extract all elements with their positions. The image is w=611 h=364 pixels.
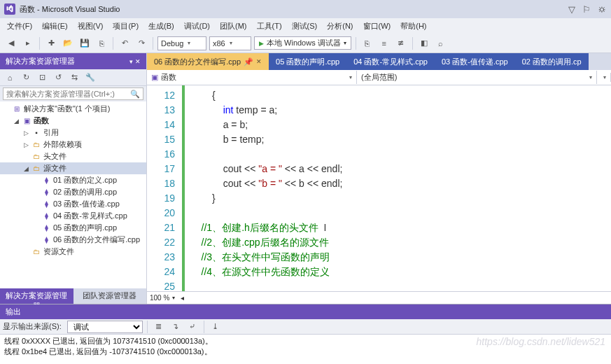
output-toolbar: 显示输出来源(S): 调试 ≣ ↴ ⤶ ⤓ bbox=[0, 319, 611, 335]
collapse-icon[interactable]: ↻ bbox=[19, 71, 33, 85]
menu-window[interactable]: 窗口(W) bbox=[359, 20, 395, 33]
quick-launch-icon[interactable]: ▽ bbox=[568, 4, 575, 15]
showall-icon[interactable]: ⊡ bbox=[35, 71, 49, 85]
solution-node[interactable]: ⊞解决方案"函数"(1 个项目) bbox=[0, 103, 146, 115]
zoom-bar: 100 %▾ ◂ bbox=[147, 291, 611, 304]
menu-debug[interactable]: 调试(D) bbox=[180, 20, 214, 33]
open-icon[interactable]: 📂 bbox=[61, 36, 75, 50]
output-source-dropdown[interactable]: 调试 bbox=[67, 321, 143, 333]
close-icon[interactable]: ✕ bbox=[256, 58, 262, 65]
menu-tools[interactable]: 工具(T) bbox=[253, 20, 286, 33]
resources-node[interactable]: 🗀资源文件 bbox=[0, 246, 146, 258]
editor-tab[interactable]: 06 函数的分文件编写.cpp📌✕ bbox=[147, 53, 269, 70]
platform-dropdown[interactable]: x86 bbox=[209, 36, 251, 50]
zoom-level[interactable]: 100 % bbox=[150, 294, 169, 302]
references-node[interactable]: ▷▪引用 bbox=[0, 127, 146, 139]
code-area[interactable]: { int temp = a; a = b; b = temp; cout <<… bbox=[190, 85, 611, 291]
sources-node[interactable]: ◢🗀源文件 bbox=[0, 162, 146, 174]
scroll-icon[interactable]: ⤓ bbox=[209, 320, 223, 334]
step-icon[interactable]: ⎘ bbox=[360, 36, 374, 50]
editor-panel: 06 函数的分文件编写.cpp📌✕ 05 函数的声明.cpp 04 函数-常见样… bbox=[147, 53, 611, 304]
notifications-icon[interactable]: ⚐ bbox=[582, 4, 591, 15]
clear-icon[interactable]: ≣ bbox=[152, 320, 166, 334]
menu-project[interactable]: 项目(P) bbox=[108, 20, 143, 33]
headers-node[interactable]: 🗀头文件 bbox=[0, 150, 146, 162]
source-file[interactable]: ⧫03 函数-值传递.cpp bbox=[0, 198, 146, 210]
external-deps-node[interactable]: ▷🗀外部依赖项 bbox=[0, 139, 146, 150]
tab-solution-explorer[interactable]: 解决方案资源管理器 bbox=[0, 288, 73, 304]
solution-explorer: 解决方案资源管理器 ▾ ✕ ⌂ ↻ ⊡ ↺ ⇆ 🔧 🔍 ⊞解决方案"函数"(1 … bbox=[0, 53, 147, 304]
editor-tab[interactable]: 03 函数-值传递.cpp bbox=[435, 53, 515, 70]
account-icon[interactable]: ⛭ bbox=[598, 4, 607, 15]
project-node[interactable]: ◢▣函数 bbox=[0, 115, 146, 127]
wrap-icon[interactable]: ⤶ bbox=[185, 320, 199, 334]
solution-explorer-header: 解决方案资源管理器 ▾ ✕ bbox=[0, 53, 146, 69]
undo-icon[interactable]: ↶ bbox=[118, 36, 132, 50]
sync-icon[interactable]: ⇆ bbox=[67, 71, 81, 85]
source-file[interactable]: ⧫04 函数-常见样式.cpp bbox=[0, 210, 146, 222]
line-gutter: 12131415161718192021222324252627 bbox=[147, 85, 181, 291]
save-all-icon[interactable]: ⎘ bbox=[94, 36, 108, 50]
bookmark-icon[interactable]: ◧ bbox=[417, 36, 431, 50]
solution-search[interactable]: 🔍 bbox=[3, 88, 143, 100]
source-file[interactable]: ⧫02 函数的调用.cpp bbox=[0, 186, 146, 198]
solution-tree: ⊞解决方案"函数"(1 个项目) ◢▣函数 ▷▪引用 ▷🗀外部依赖项 🗀头文件 … bbox=[0, 102, 146, 288]
home-icon[interactable]: ⌂ bbox=[3, 71, 17, 85]
menu-analyze[interactable]: 分析(N) bbox=[323, 20, 357, 33]
menu-build[interactable]: 生成(B) bbox=[144, 20, 178, 33]
uncomment-icon[interactable]: ≢ bbox=[394, 36, 408, 50]
menu-edit[interactable]: 编辑(E) bbox=[38, 20, 72, 33]
source-file[interactable]: ⧫05 函数的声明.cpp bbox=[0, 222, 146, 234]
menu-help[interactable]: 帮助(H) bbox=[396, 20, 430, 33]
output-panel: 输出 显示输出来源(S): 调试 ≣ ↴ ⤶ ⤓ 线程 0xXXXX 已退出, … bbox=[0, 304, 611, 364]
menu-test[interactable]: 测试(S) bbox=[288, 20, 322, 33]
save-icon[interactable]: 💾 bbox=[78, 36, 92, 50]
goto-icon[interactable]: ↴ bbox=[169, 320, 183, 334]
change-marks bbox=[181, 85, 190, 291]
redo-icon[interactable]: ↷ bbox=[134, 36, 148, 50]
scope-dropdown[interactable]: ▣函数 bbox=[147, 71, 357, 84]
solution-search-input[interactable] bbox=[3, 88, 127, 99]
refresh-icon[interactable]: ↺ bbox=[51, 71, 65, 85]
panel-dropdown-icon[interactable]: ▾ ✕ bbox=[129, 58, 141, 65]
nav-fwd-icon[interactable]: ▸ bbox=[21, 36, 35, 50]
sidebar-tabstrip: 解决方案资源管理器 团队资源管理器 bbox=[0, 288, 146, 304]
comment-icon[interactable]: ≡ bbox=[377, 36, 391, 50]
solution-toolbar: ⌂ ↻ ⊡ ↺ ⇆ 🔧 bbox=[0, 69, 146, 86]
member-dropdown[interactable] bbox=[597, 73, 611, 82]
tab-team-explorer[interactable]: 团队资源管理器 bbox=[73, 288, 147, 304]
menu-file[interactable]: 文件(F) bbox=[3, 20, 36, 33]
vs-logo-icon bbox=[4, 4, 15, 15]
menubar: 文件(F) 编辑(E) 视图(V) 项目(P) 生成(B) 调试(D) 团队(M… bbox=[0, 18, 611, 34]
window-title: 函数 - Microsoft Visual Studio bbox=[20, 4, 568, 15]
editor-tab[interactable]: 05 函数的声明.cpp bbox=[269, 53, 346, 70]
global-dropdown[interactable]: (全局范围) bbox=[357, 71, 597, 84]
search-icon[interactable]: 🔍 bbox=[127, 90, 143, 99]
output-text[interactable]: 线程 0xXXXX 已退出, 返回值为 1073741510 (0xc00001… bbox=[0, 335, 611, 364]
menu-view[interactable]: 视图(V) bbox=[73, 20, 108, 33]
menu-team[interactable]: 团队(M) bbox=[216, 20, 251, 33]
code-navbar: ▣函数 (全局范围) bbox=[147, 70, 611, 85]
pin-icon[interactable]: 📌 bbox=[244, 57, 253, 66]
code-editor[interactable]: 12131415161718192021222324252627 { int t… bbox=[147, 85, 611, 291]
new-icon[interactable]: ✚ bbox=[44, 36, 58, 50]
config-dropdown[interactable]: Debug bbox=[157, 36, 206, 50]
run-button[interactable]: ▶本地 Windows 调试器▾ bbox=[254, 36, 351, 50]
editor-tab[interactable]: 02 函数的调用.cp bbox=[515, 53, 589, 70]
properties-icon[interactable]: 🔧 bbox=[83, 71, 97, 85]
source-file[interactable]: ⧫06 函数的分文件编写.cpp bbox=[0, 234, 146, 246]
main-toolbar: ◀ ▸ ✚ 📂 💾 ⎘ ↶ ↷ Debug x86 ▶本地 Windows 调试… bbox=[0, 34, 611, 53]
editor-tab[interactable]: 04 函数-常见样式.cpp bbox=[346, 53, 435, 70]
titlebar: 函数 - Microsoft Visual Studio ▽ ⚐ ⛭ bbox=[0, 0, 611, 18]
source-file[interactable]: ⧫01 函数的定义.cpp bbox=[0, 174, 146, 186]
output-from-label: 显示输出来源(S): bbox=[3, 321, 62, 332]
find-icon[interactable]: ⌕ bbox=[434, 36, 448, 50]
output-header: 输出 bbox=[0, 304, 611, 319]
nav-back-icon[interactable]: ◀ bbox=[4, 36, 18, 50]
editor-tabstrip: 06 函数的分文件编写.cpp📌✕ 05 函数的声明.cpp 04 函数-常见样… bbox=[147, 53, 611, 70]
